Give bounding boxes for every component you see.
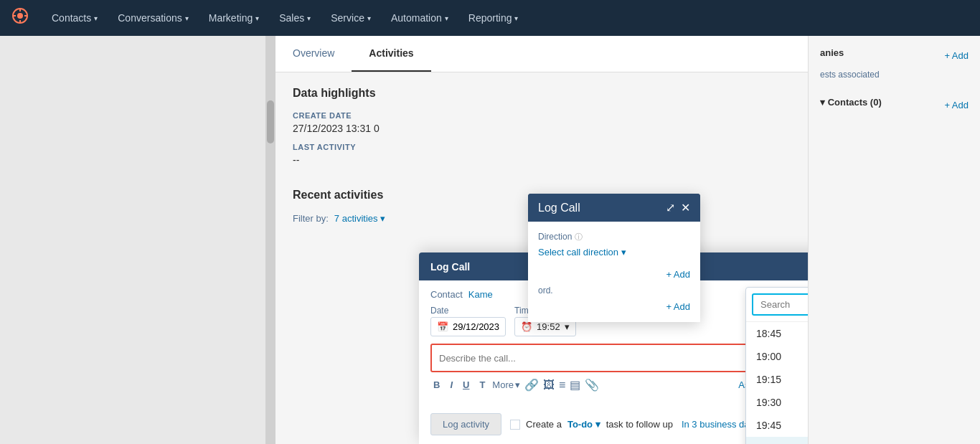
- time-option-1845[interactable]: 18:45: [746, 322, 808, 345]
- left-sidebar: [0, 36, 265, 444]
- nav-conversations-chevron: ▾: [185, 14, 189, 22]
- nav-contacts-chevron: ▾: [94, 14, 98, 22]
- nav-conversations-label: Conversations: [118, 12, 182, 24]
- nav-service-label: Service: [331, 12, 364, 24]
- call-direction-header: Log Call ⤢ ✕: [528, 194, 700, 222]
- date-label: Date: [430, 306, 506, 316]
- top-navigation: Contacts ▾ Conversations ▾ Marketing ▾ S…: [0, 0, 980, 36]
- date-group: Date 📅 29/12/2023: [430, 306, 506, 336]
- filter-by-label: Filter by:: [293, 213, 329, 224]
- nav-automation-chevron: ▾: [445, 14, 448, 22]
- data-highlights-section: Data highlights CREATE DATE 27/12/2023 1…: [275, 72, 808, 189]
- contacts-title: ▾ Contacts (0): [820, 97, 882, 108]
- todo-checkbox[interactable]: [510, 420, 520, 430]
- cd-add-row: + Add: [538, 269, 690, 280]
- opportunities-section: ord.: [538, 285, 690, 296]
- right-panel: anies + Add ests associated ▾ Contacts (…: [808, 36, 980, 444]
- todo-suffix: task to follow up: [606, 419, 673, 430]
- filter-activities-link[interactable]: 7 activities ▾: [334, 213, 385, 224]
- main-layout: Overview Activities Data highlights CREA…: [0, 36, 980, 444]
- scrollbar-thumb[interactable]: [267, 100, 274, 143]
- contact-value[interactable]: Kame: [468, 289, 493, 300]
- nav-reporting-chevron: ▾: [514, 14, 518, 22]
- table-icon[interactable]: ≡: [559, 379, 565, 392]
- last-activity-field: LAST ACTIVITY --: [293, 143, 791, 166]
- time-option-1915[interactable]: 19:15: [746, 368, 808, 391]
- tab-overview[interactable]: Overview: [275, 36, 352, 72]
- strikethrough-button[interactable]: T: [476, 378, 488, 392]
- nav-marketing[interactable]: Marketing ▾: [200, 8, 268, 28]
- data-highlights-title: Data highlights: [293, 87, 791, 100]
- nav-contacts-label: Contacts: [52, 12, 91, 24]
- call-direction-body: Direction ⓘ Select call direction ▾ + Ad…: [528, 222, 700, 322]
- time-search-box: 🔍: [746, 288, 808, 322]
- nav-contacts[interactable]: Contacts ▾: [43, 8, 106, 28]
- more-chevron-icon: ▾: [515, 379, 520, 390]
- modal-title: Log Call: [430, 261, 470, 273]
- time-dropdown: 🔍 18:45 19:00 19:15 19:30 19:45 19:52: [745, 287, 808, 444]
- nav-service[interactable]: Service ▾: [322, 8, 380, 28]
- cd-add-link[interactable]: + Add: [666, 269, 690, 280]
- more-button[interactable]: More ▾: [492, 379, 520, 390]
- snippet-icon[interactable]: ▤: [570, 378, 580, 392]
- opp-add-link[interactable]: + Add: [666, 301, 690, 312]
- italic-button[interactable]: I: [447, 378, 456, 392]
- time-option-1900[interactable]: 19:00: [746, 345, 808, 368]
- page-scrollbar[interactable]: [265, 36, 275, 444]
- time-option-1952[interactable]: 19:52: [746, 437, 808, 444]
- time-chevron-icon: ▾: [565, 321, 570, 332]
- date-input[interactable]: 📅 29/12/2023: [430, 317, 506, 336]
- nav-automation[interactable]: Automation ▾: [382, 8, 457, 28]
- call-direction-panel: Log Call ⤢ ✕ Direction ⓘ Select call dir…: [528, 194, 700, 322]
- svg-point-1: [17, 13, 23, 19]
- nav-sales-label: Sales: [279, 12, 304, 24]
- create-date-value: 27/12/2023 13:31 0: [293, 123, 791, 134]
- companies-add-link[interactable]: + Add: [944, 50, 969, 61]
- opportunities-text: ord.: [538, 285, 690, 296]
- create-date-field: CREATE DATE 27/12/2023 13:31 0: [293, 111, 791, 134]
- direction-label: Direction ⓘ: [538, 232, 690, 242]
- tab-activities[interactable]: Activities: [352, 36, 430, 72]
- nav-marketing-chevron: ▾: [255, 14, 259, 22]
- direction-info-icon: ⓘ: [575, 232, 583, 241]
- hubspot-logo: [11, 7, 29, 29]
- companies-title: anies: [820, 47, 844, 58]
- tabs-bar: Overview Activities: [275, 36, 808, 72]
- link-icon[interactable]: 🔗: [524, 378, 539, 392]
- cd-header-actions: ⤢ ✕: [666, 201, 690, 214]
- nav-conversations[interactable]: Conversations ▾: [109, 8, 197, 28]
- image-icon[interactable]: 🖼: [543, 379, 555, 392]
- nav-reporting[interactable]: Reporting ▾: [460, 8, 527, 28]
- last-activity-value: --: [293, 154, 791, 166]
- attach-icon[interactable]: 📎: [585, 378, 599, 392]
- nav-sales[interactable]: Sales ▾: [270, 8, 319, 28]
- todo-type-chevron: ▾: [595, 419, 600, 430]
- last-activity-label: LAST ACTIVITY: [293, 143, 791, 151]
- time-option-1945[interactable]: 19:45: [746, 414, 808, 437]
- nav-automation-label: Automation: [391, 12, 442, 24]
- clock-icon: ⏰: [521, 321, 532, 332]
- time-option-1930[interactable]: 19:30: [746, 391, 808, 414]
- contacts-add-link[interactable]: + Add: [944, 100, 969, 110]
- cd-expand-button[interactable]: ⤢: [666, 201, 675, 214]
- todo-type-link[interactable]: To-do ▾: [567, 419, 600, 430]
- bold-button[interactable]: B: [430, 378, 443, 392]
- nav-marketing-label: Marketing: [209, 12, 253, 24]
- create-date-label: CREATE DATE: [293, 111, 791, 120]
- calendar-icon: 📅: [437, 321, 448, 332]
- content-area: Overview Activities Data highlights CREA…: [275, 36, 808, 444]
- contact-label: Contact: [430, 289, 463, 300]
- call-direction-title: Log Call: [538, 202, 580, 214]
- companies-row: anies + Add: [820, 47, 969, 64]
- cd-close-button[interactable]: ✕: [681, 201, 690, 214]
- nav-service-chevron: ▾: [367, 14, 371, 22]
- log-activity-button[interactable]: Log activity: [430, 413, 501, 435]
- nav-sales-chevron: ▾: [307, 14, 311, 22]
- time-search-input[interactable]: [752, 293, 808, 316]
- call-direction-select[interactable]: Select call direction ▾: [538, 247, 690, 258]
- underline-button[interactable]: U: [460, 378, 472, 392]
- opp-add-row: + Add: [538, 301, 690, 312]
- time-options-list: 18:45 19:00 19:15 19:30 19:45 19:52: [746, 322, 808, 444]
- toolbar-left: B I U T More ▾ 🔗 🖼 ≡ ▤ 📎: [430, 378, 599, 392]
- filter-chevron-icon: ▾: [380, 213, 385, 224]
